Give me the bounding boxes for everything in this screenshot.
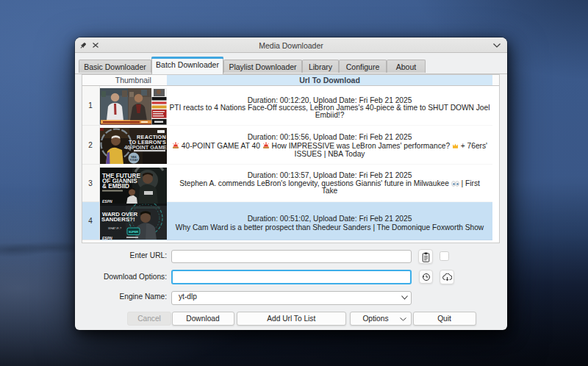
svg-text:WHAT IF..?: WHAT IF..? [108, 227, 121, 230]
svg-text:SANDERS?!: SANDERS?! [101, 216, 135, 223]
svg-text:TODAY: TODAY [129, 158, 138, 161]
svg-text:& EMBIID: & EMBIID [102, 182, 129, 189]
svg-text:ESPN: ESPN [102, 235, 112, 240]
svg-text:SUPER: SUPER [129, 230, 138, 233]
svg-text:40-POINT GAME: 40-POINT GAME [124, 143, 167, 150]
